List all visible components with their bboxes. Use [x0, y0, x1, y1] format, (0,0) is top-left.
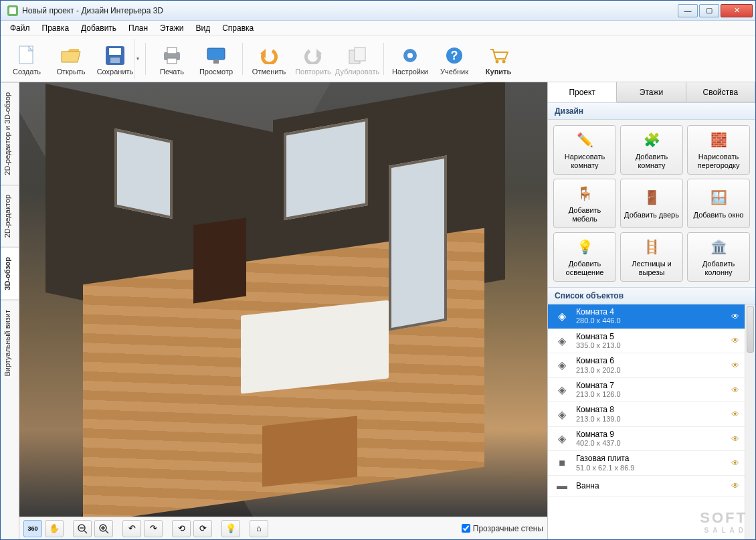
add-furniture-button[interactable]: 🪑Добавить мебель	[553, 179, 616, 228]
object-row[interactable]: ■Газовая плита51.0 x 62.1 x 86.9👁	[548, 451, 745, 476]
tilt-right-button[interactable]: ⟳	[193, 520, 212, 537]
svg-point-14	[407, 53, 413, 58]
rotate-right-button[interactable]: ↷	[144, 520, 163, 537]
svg-rect-8	[167, 58, 177, 64]
minimize-button[interactable]: —	[678, 4, 698, 17]
tab-project[interactable]: Проект	[548, 82, 617, 102]
object-row[interactable]: ◈Комната 9402.0 x 437.0👁	[548, 427, 745, 452]
object-row[interactable]: ▬Ванна👁	[548, 476, 745, 497]
stairs-button[interactable]: 🪜Лестницы и вырезы	[620, 232, 683, 282]
visibility-icon[interactable]: 👁	[731, 458, 739, 468]
duplicate-button[interactable]: Дублировать	[337, 39, 378, 79]
viewport-wrap: 360 ✋ ↶ ↷ ⟲ ⟳ 💡 ⌂ Прозрачные стены	[19, 82, 548, 539]
preview-button[interactable]: Просмотр	[195, 39, 237, 79]
window-title: Новый проект - Дизайн Интерьера 3D	[22, 6, 678, 15]
redo-icon	[302, 45, 324, 66]
object-icon: ◈	[553, 333, 571, 348]
visibility-icon[interactable]: 👁	[731, 410, 739, 419]
buy-button[interactable]: Купить	[478, 39, 519, 79]
menu-view[interactable]: Вид	[190, 22, 215, 34]
open-button[interactable]: Открыть	[50, 39, 92, 79]
vtab-virtual-visit[interactable]: Виртуальный визит	[1, 300, 19, 386]
visibility-icon[interactable]: 👁	[731, 336, 739, 345]
right-panel: Проект Этажи Свойства Дизайн ✏️Нарисоват…	[548, 82, 755, 539]
object-text: Ванна	[576, 481, 726, 490]
pan-button[interactable]: ✋	[45, 520, 64, 537]
tutorial-button[interactable]: ?Учебник	[434, 39, 475, 79]
3d-viewport[interactable]	[19, 82, 547, 517]
tilt-left-button[interactable]: ⟲	[172, 520, 191, 537]
redo-button[interactable]: Повторить	[292, 39, 334, 79]
print-button[interactable]: Печать	[151, 39, 193, 79]
object-list-scrollbar[interactable]	[745, 304, 755, 539]
add-column-button[interactable]: 🏛️Добавить колонну	[687, 232, 750, 282]
visibility-icon[interactable]: 👁	[731, 361, 739, 370]
menu-edit[interactable]: Правка	[37, 22, 75, 34]
object-text: Комната 9402.0 x 437.0	[576, 430, 726, 448]
close-button[interactable]: ✕	[721, 4, 753, 17]
add-room-button[interactable]: 🧩Добавить комнату	[620, 125, 683, 175]
vtab-2d-and-3d[interactable]: 2D-редактор и 3D-обзор	[1, 82, 19, 185]
zoom-in-button[interactable]	[94, 520, 113, 537]
tab-floors[interactable]: Этажи	[617, 82, 686, 102]
create-button[interactable]: Создать	[6, 39, 48, 79]
menu-add[interactable]: Добавить	[76, 22, 122, 34]
help-icon: ?	[444, 45, 465, 66]
furniture-render	[241, 300, 389, 394]
vtab-3d-view[interactable]: 3D-обзор	[1, 247, 19, 300]
brick-icon: 🧱	[708, 130, 729, 150]
draw-partition-button[interactable]: 🧱Нарисовать перегородку	[687, 125, 750, 175]
menu-file[interactable]: Файл	[5, 22, 35, 34]
visibility-icon[interactable]: 👁	[731, 481, 739, 490]
object-row[interactable]: ◈Комната 4280.0 x 446.0👁	[548, 304, 745, 329]
window-icon: 🪟	[708, 188, 729, 208]
lighting-button[interactable]: 💡	[221, 520, 240, 537]
undo-button[interactable]: Отменить	[248, 39, 290, 79]
settings-button[interactable]: Настройки	[389, 39, 431, 79]
rotate-left-button[interactable]: ↶	[122, 520, 141, 537]
object-icon: ◈	[553, 309, 571, 324]
add-window-button[interactable]: 🪟Добавить окно	[687, 179, 750, 228]
scrollbar-thumb[interactable]	[747, 306, 754, 353]
add-door-button[interactable]: 🚪Добавить дверь	[620, 179, 683, 228]
add-light-button[interactable]: 💡Добавить освещение	[553, 232, 616, 282]
toolbar: Создать Открыть Сохранить ▾ Печать Просм…	[1, 35, 755, 82]
design-tools-grid: ✏️Нарисовать комнату 🧩Добавить комнату 🧱…	[548, 120, 755, 287]
vtab-2d-editor[interactable]: 2D-редактор	[1, 185, 19, 247]
orbit-360-button[interactable]: 360	[23, 520, 42, 537]
view-tabs: 2D-редактор и 3D-обзор 2D-редактор 3D-об…	[1, 82, 19, 539]
pencil-icon: ✏️	[575, 130, 595, 150]
object-row[interactable]: ◈Комната 8213.0 x 139.0👁	[548, 402, 745, 427]
transparent-walls-checkbox[interactable]: Прозрачные стены	[462, 524, 543, 533]
app-window: Новый проект - Дизайн Интерьера 3D — ▢ ✕…	[0, 0, 756, 540]
zoom-out-button[interactable]	[73, 520, 92, 537]
save-dropdown[interactable]: ▾	[134, 39, 140, 79]
toolbar-separator	[383, 43, 384, 75]
visibility-icon[interactable]: 👁	[731, 385, 739, 395]
stairs-icon: 🪜	[642, 237, 662, 257]
object-list-inner[interactable]: ◈Комната 4280.0 x 446.0👁◈Комната 5335.0 …	[548, 304, 745, 539]
visibility-icon[interactable]: 👁	[731, 312, 739, 321]
svg-rect-10	[213, 60, 219, 64]
objects-section-header: Список объектов	[548, 287, 755, 304]
tab-properties[interactable]: Свойства	[686, 82, 755, 102]
object-row[interactable]: ◈Комната 5335.0 x 213.0👁	[548, 329, 745, 354]
svg-point-18	[502, 60, 506, 63]
object-row[interactable]: ◈Комната 6213.0 x 202.0👁	[548, 353, 745, 378]
draw-room-button[interactable]: ✏️Нарисовать комнату	[553, 125, 616, 175]
object-row[interactable]: ◈Комната 7213.0 x 126.0👁	[548, 378, 745, 403]
menu-help[interactable]: Справка	[217, 22, 259, 34]
object-icon: ▬	[553, 478, 571, 493]
object-text: Комната 5335.0 x 213.0	[576, 332, 726, 351]
maximize-button[interactable]: ▢	[699, 4, 719, 17]
save-button[interactable]: Сохранить	[94, 39, 136, 79]
menu-plan[interactable]: План	[123, 22, 153, 34]
menu-floors[interactable]: Этажи	[155, 22, 189, 34]
home-view-button[interactable]: ⌂	[250, 520, 268, 537]
transparent-walls-input[interactable]	[462, 524, 470, 533]
visibility-icon[interactable]: 👁	[731, 434, 739, 444]
gear-icon	[399, 45, 421, 66]
svg-rect-5	[110, 58, 120, 63]
duplicate-icon	[347, 45, 368, 66]
monitor-icon	[205, 45, 227, 66]
